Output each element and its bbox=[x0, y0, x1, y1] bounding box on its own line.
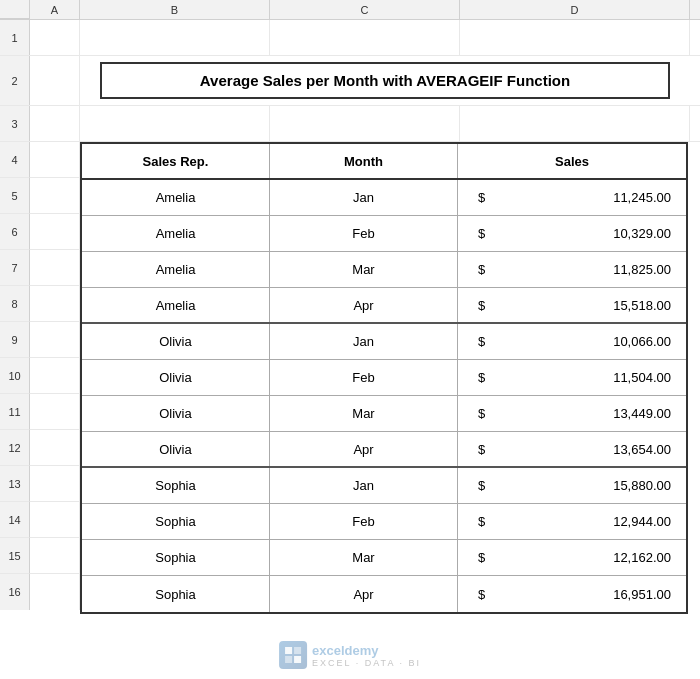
cell-sales-rep-5[interactable]: Amelia bbox=[82, 180, 270, 215]
table-row: Amelia Apr $ 15,518.00 bbox=[82, 288, 686, 324]
cell-a10[interactable] bbox=[30, 358, 80, 394]
row-numbers: 4 5 6 7 8 9 10 11 12 13 14 15 16 bbox=[0, 142, 30, 614]
row-2-title: 2 Average Sales per Month with AVERAGEIF… bbox=[0, 56, 700, 106]
cell-sales-rep-8[interactable]: Amelia bbox=[82, 288, 270, 322]
cell-sales-rep-12[interactable]: Olivia bbox=[82, 432, 270, 466]
cell-sales-rep-6[interactable]: Amelia bbox=[82, 216, 270, 251]
cell-sales-rep-14[interactable]: Sophia bbox=[82, 504, 270, 539]
sales-amount-10: 11,504.00 bbox=[485, 370, 686, 385]
cell-month-14[interactable]: Feb bbox=[270, 504, 458, 539]
row-num-7: 7 bbox=[0, 250, 30, 286]
cell-sales-rep-13[interactable]: Sophia bbox=[82, 468, 270, 503]
table-row: Olivia Mar $ 13,449.00 bbox=[82, 396, 686, 432]
sales-amount-6: 10,329.00 bbox=[485, 226, 686, 241]
cell-c3[interactable] bbox=[270, 106, 460, 141]
col-header-a: A bbox=[30, 0, 80, 19]
cell-a3[interactable] bbox=[30, 106, 80, 141]
dollar-sign-14: $ bbox=[458, 514, 485, 529]
cell-month-11[interactable]: Mar bbox=[270, 396, 458, 431]
cell-d1[interactable] bbox=[460, 20, 690, 55]
cell-b3[interactable] bbox=[80, 106, 270, 141]
column-header-row: A B C D bbox=[0, 0, 700, 20]
cell-sales-16[interactable]: $ 16,951.00 bbox=[458, 576, 686, 612]
row-num-16: 16 bbox=[0, 574, 30, 610]
cell-sales-12[interactable]: $ 13,654.00 bbox=[458, 432, 686, 466]
cell-sales-rep-10[interactable]: Olivia bbox=[82, 360, 270, 395]
row-num-5: 5 bbox=[0, 178, 30, 214]
cell-sales-rep-7[interactable]: Amelia bbox=[82, 252, 270, 287]
header-sales-rep: Sales Rep. bbox=[82, 144, 270, 178]
col-header-c: C bbox=[270, 0, 460, 19]
cell-month-10[interactable]: Feb bbox=[270, 360, 458, 395]
svg-rect-1 bbox=[294, 647, 301, 654]
cell-month-5[interactable]: Jan bbox=[270, 180, 458, 215]
watermark-brand-name: exceldemy bbox=[312, 643, 379, 658]
title-merged-cell: Average Sales per Month with AVERAGEIF F… bbox=[80, 56, 690, 105]
row-num-12: 12 bbox=[0, 430, 30, 466]
cell-month-7[interactable]: Mar bbox=[270, 252, 458, 287]
cell-sales-8[interactable]: $ 15,518.00 bbox=[458, 288, 686, 322]
cell-month-13[interactable]: Jan bbox=[270, 468, 458, 503]
dollar-sign-6: $ bbox=[458, 226, 485, 241]
cell-sales-11[interactable]: $ 13,449.00 bbox=[458, 396, 686, 431]
cell-sales-rep-11[interactable]: Olivia bbox=[82, 396, 270, 431]
cell-a11[interactable] bbox=[30, 394, 80, 430]
sales-amount-11: 13,449.00 bbox=[485, 406, 686, 421]
cell-sales-rep-15[interactable]: Sophia bbox=[82, 540, 270, 575]
cell-sales-9[interactable]: $ 10,066.00 bbox=[458, 324, 686, 359]
dollar-sign-7: $ bbox=[458, 262, 485, 277]
cell-sales-rep-9[interactable]: Olivia bbox=[82, 324, 270, 359]
table-row: Sophia Feb $ 12,944.00 bbox=[82, 504, 686, 540]
cell-d3[interactable] bbox=[460, 106, 690, 141]
cell-a2[interactable] bbox=[30, 56, 80, 105]
cell-a5[interactable] bbox=[30, 178, 80, 214]
cell-sales-5[interactable]: $ 11,245.00 bbox=[458, 180, 686, 215]
cell-sales-7[interactable]: $ 11,825.00 bbox=[458, 252, 686, 287]
dollar-sign-5: $ bbox=[458, 190, 485, 205]
cell-sales-15[interactable]: $ 12,162.00 bbox=[458, 540, 686, 575]
row-num-10: 10 bbox=[0, 358, 30, 394]
cell-a7[interactable] bbox=[30, 250, 80, 286]
spreadsheet-title: Average Sales per Month with AVERAGEIF F… bbox=[100, 62, 670, 99]
row-num-11: 11 bbox=[0, 394, 30, 430]
cell-a9[interactable] bbox=[30, 322, 80, 358]
watermark: exceldemy EXCEL · DATA · BI bbox=[279, 641, 421, 669]
dollar-sign-12: $ bbox=[458, 442, 485, 457]
cell-sales-rep-16[interactable]: Sophia bbox=[82, 576, 270, 612]
svg-rect-0 bbox=[285, 647, 292, 654]
cell-month-6[interactable]: Feb bbox=[270, 216, 458, 251]
row-1: 1 bbox=[0, 20, 700, 56]
cell-a8[interactable] bbox=[30, 286, 80, 322]
cell-sales-14[interactable]: $ 12,944.00 bbox=[458, 504, 686, 539]
cell-sales-6[interactable]: $ 10,329.00 bbox=[458, 216, 686, 251]
cell-a14[interactable] bbox=[30, 502, 80, 538]
table-section: 4 5 6 7 8 9 10 11 12 13 14 15 16 bbox=[0, 142, 700, 614]
cell-a6[interactable] bbox=[30, 214, 80, 250]
dollar-sign-10: $ bbox=[458, 370, 485, 385]
row-num-14: 14 bbox=[0, 502, 30, 538]
watermark-text-group: exceldemy EXCEL · DATA · BI bbox=[312, 643, 421, 668]
cell-month-12[interactable]: Apr bbox=[270, 432, 458, 466]
cell-a12[interactable] bbox=[30, 430, 80, 466]
table-row: Olivia Feb $ 11,504.00 bbox=[82, 360, 686, 396]
cell-a16[interactable] bbox=[30, 574, 80, 610]
svg-rect-2 bbox=[285, 656, 292, 663]
cell-c1[interactable] bbox=[270, 20, 460, 55]
watermark-logo: exceldemy EXCEL · DATA · BI bbox=[279, 641, 421, 669]
col-header-b: B bbox=[80, 0, 270, 19]
cell-sales-13[interactable]: $ 15,880.00 bbox=[458, 468, 686, 503]
cell-a13[interactable] bbox=[30, 466, 80, 502]
cell-month-9[interactable]: Jan bbox=[270, 324, 458, 359]
cell-sales-10[interactable]: $ 11,504.00 bbox=[458, 360, 686, 395]
cell-b1[interactable] bbox=[80, 20, 270, 55]
cell-month-8[interactable]: Apr bbox=[270, 288, 458, 322]
cell-month-15[interactable]: Mar bbox=[270, 540, 458, 575]
cell-a4[interactable] bbox=[30, 142, 80, 178]
row-num-8: 8 bbox=[0, 286, 30, 322]
sales-amount-12: 13,654.00 bbox=[485, 442, 686, 457]
dollar-sign-11: $ bbox=[458, 406, 485, 421]
cell-a1[interactable] bbox=[30, 20, 80, 55]
sales-amount-5: 11,245.00 bbox=[485, 190, 686, 205]
cell-a15[interactable] bbox=[30, 538, 80, 574]
cell-month-16[interactable]: Apr bbox=[270, 576, 458, 612]
